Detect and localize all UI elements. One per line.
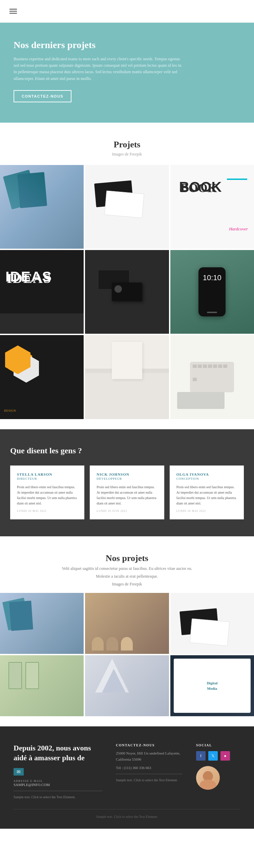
footer-contact-title: CONTACTEZ-NOUS xyxy=(116,743,183,747)
projets-subtitle: Images de Freepik xyxy=(10,152,244,157)
testimonial-role-3: CONCEPTION xyxy=(176,477,237,480)
hamburger-line-2 xyxy=(9,11,17,12)
footer-divider-2 xyxy=(116,774,183,774)
testimonials-section: Que disent les gens ? STELLA LARSON DIRE… xyxy=(0,429,254,536)
image-book-color: BOOK Hardcover xyxy=(170,165,254,249)
footer-grid: Depuis 2002, nous avons aidé à amasser p… xyxy=(14,743,240,799)
footer-email-label: ADRESSE E-MAIL xyxy=(14,780,102,783)
nos-projets-grid-item-1[interactable] xyxy=(0,593,84,654)
testimonial-name-2: NICK JOHNSON xyxy=(97,472,157,476)
twitter-icon[interactable]: 𝕏 xyxy=(208,751,218,761)
image-ideas-laptop: IDEAS xyxy=(0,250,84,334)
hero-section: Nos derniers projets Business expertise … xyxy=(0,23,254,123)
nos-projets-image-5 xyxy=(85,655,169,716)
image-desk-scene xyxy=(85,335,169,419)
footer-bottom-text[interactable]: Sample text. Click to select the Text El… xyxy=(14,815,240,819)
hamburger-line-3 xyxy=(9,13,17,14)
testimonial-date-3: LUNDI 20 MAI 2022 xyxy=(176,510,237,513)
grid-item-3[interactable]: BOOK Hardcover xyxy=(170,165,254,249)
contact-button[interactable]: CONTACTEZ-NOUS xyxy=(14,90,71,102)
footer-tagline: Depuis 2002, nous avons aidé à amasser p… xyxy=(14,743,102,763)
nos-projets-images-label: Images de Freepik xyxy=(10,581,244,587)
footer-col-1: Depuis 2002, nous avons aidé à amasser p… xyxy=(14,743,102,799)
nos-projets-image-4 xyxy=(0,655,84,716)
footer-col-3: SOCIAL f 𝕏 ● xyxy=(196,743,240,799)
hamburger-button[interactable] xyxy=(5,3,22,19)
testimonials-grid: STELLA LARSON DIRECTEUR Proin sed libero… xyxy=(10,466,244,519)
footer-sample-text-1[interactable]: Sample text. Click to select the Text El… xyxy=(14,795,102,799)
projets-section: Projets Images de Freepik BOOK Hardcover… xyxy=(0,123,254,429)
grid-item-8[interactable] xyxy=(85,335,169,419)
testimonial-text-3: Proin sed libero enim sed faucibus tempu… xyxy=(176,484,237,506)
hero-body: Business expertise and dedicated teams t… xyxy=(14,56,183,82)
footer-phone: Tél : (111) 360 336 663 xyxy=(116,766,183,770)
nos-projets-image-3 xyxy=(170,593,254,654)
testimonial-role-1: DIRECTEUR xyxy=(17,477,78,480)
social-icons: f 𝕏 ● xyxy=(196,751,240,761)
grid-item-2[interactable] xyxy=(85,165,169,249)
footer-social-title: SOCIAL xyxy=(196,743,240,747)
nos-projets-grid-item-6[interactable]: Digital Media xyxy=(170,655,254,716)
nos-projets-image-6: Digital Media xyxy=(170,655,254,716)
nos-projets-subtitle-2: Molestie a iaculis at erat pellentesque. xyxy=(10,573,244,580)
grid-item-7[interactable]: DESIGN xyxy=(0,335,84,419)
navigation xyxy=(0,0,254,23)
projects-grid-1: BOOK Hardcover IDEAS 10:10 xyxy=(0,165,254,419)
footer-email-value: SAMPLE@INFO.COM xyxy=(14,783,102,787)
grid-item-9[interactable] xyxy=(170,335,254,419)
nos-projets-grid-item-5[interactable] xyxy=(85,655,169,716)
avatar xyxy=(196,766,220,790)
testimonial-name-3: OLGA IVANOVA xyxy=(176,472,237,476)
projects-grid-2: Digital Media xyxy=(0,593,254,716)
image-business-card-1 xyxy=(85,165,169,249)
testimonial-date-1: LUNDI 20 MAI 2022 xyxy=(17,510,78,513)
hamburger-line-1 xyxy=(9,9,17,9)
nos-projets-subtitle-1: Velit aliquet sagittis id consectetur pu… xyxy=(10,565,244,572)
image-hex-cards: DESIGN xyxy=(0,335,84,419)
image-phone-screen: 10:10 xyxy=(170,250,254,334)
grid-item-1[interactable] xyxy=(0,165,84,249)
nos-projets-image-2 xyxy=(85,593,169,654)
footer: Depuis 2002, nous avons aidé à amasser p… xyxy=(0,726,254,829)
image-keyboard-top xyxy=(170,335,254,419)
nos-projets-grid-item-4[interactable] xyxy=(0,655,84,716)
testimonials-title: Que disent les gens ? xyxy=(10,446,244,455)
nos-projets-section: Nos projets Velit aliquet sagittis id co… xyxy=(0,536,254,727)
footer-divider-1 xyxy=(14,791,102,791)
footer-sample-text-2[interactable]: Sample text. Click to select the Text El… xyxy=(116,778,183,782)
image-books-1 xyxy=(0,165,84,249)
footer-col-2: CONTACTEZ-NOUS 25000 Noyer, Hill Un unde… xyxy=(116,743,183,799)
testimonial-text-2: Proin sed libero enim sed faucibus tempu… xyxy=(97,484,157,506)
footer-address: 25000 Noyer, Hill Un undefined Lafayette… xyxy=(116,750,183,762)
nos-projets-title: Nos projets xyxy=(10,553,244,563)
nos-projets-grid-item-3[interactable] xyxy=(170,593,254,654)
testimonial-card-2: NICK JOHNSON DÉVELOPPEUR Proin sed liber… xyxy=(90,466,164,519)
email-icon xyxy=(14,768,24,776)
testimonial-card-3: OLGA IVANOVA CONCEPTION Proin sed libero… xyxy=(170,466,244,519)
testimonial-text-1: Proin sed libero enim sed faucibus tempu… xyxy=(17,484,78,506)
testimonial-name-1: STELLA LARSON xyxy=(17,472,78,476)
facebook-icon[interactable]: f xyxy=(196,751,206,761)
testimonial-card-1: STELLA LARSON DIRECTEUR Proin sed libero… xyxy=(10,466,84,519)
grid-item-6[interactable]: 10:10 xyxy=(170,250,254,334)
grid-item-4[interactable]: IDEAS xyxy=(0,250,84,334)
image-card-dark xyxy=(85,250,169,334)
hero-title: Nos derniers projets xyxy=(14,40,240,50)
projets-title: Projets xyxy=(10,140,244,150)
instagram-icon[interactable]: ● xyxy=(220,751,230,761)
testimonial-role-2: DÉVELOPPEUR xyxy=(97,477,157,480)
footer-bottom: Sample text. Click to select the Text El… xyxy=(14,809,240,819)
nos-projets-grid-item-2[interactable] xyxy=(85,593,169,654)
nos-projets-image-1 xyxy=(0,593,84,654)
grid-item-5[interactable] xyxy=(85,250,169,334)
testimonial-date-2: LUNDI 20 JUIN 2022 xyxy=(97,510,157,513)
